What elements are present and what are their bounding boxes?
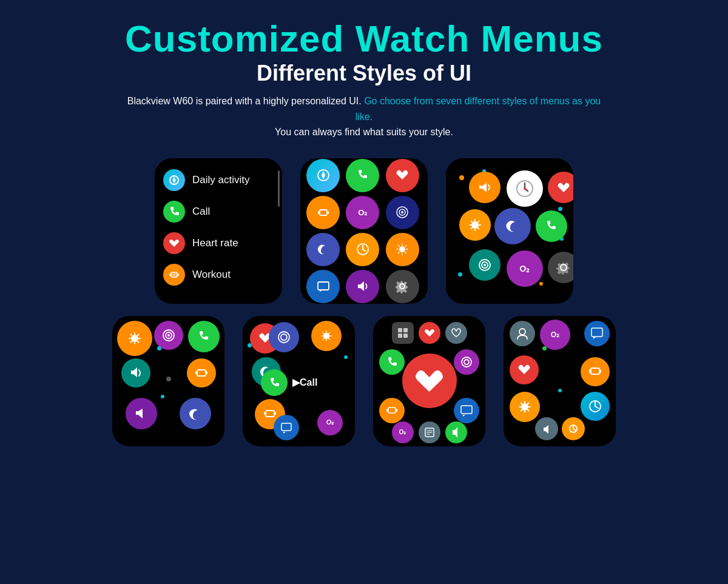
daily-label: Daily activity: [192, 174, 249, 186]
grid-icon-workout: [306, 196, 340, 229]
w5-dot-1: [248, 343, 252, 347]
sc-icon-1: [469, 172, 500, 203]
svg-point-37: [281, 334, 287, 340]
w4-dot-3: [166, 377, 171, 381]
sc-icon-7: [469, 249, 500, 281]
w7-bottom-row: [535, 417, 585, 440]
svg-point-26: [484, 264, 486, 266]
header: Customized Watch Menus Different Styles …: [24, 18, 704, 86]
watch-4-circle: [112, 316, 224, 446]
w7-4: [510, 355, 539, 384]
w7-5: [581, 357, 610, 386]
w5-icon-2: [311, 321, 342, 351]
svg-point-46: [462, 357, 471, 367]
svg-rect-51: [461, 406, 472, 414]
grid-icon-settings: [386, 270, 419, 303]
dot-5: [458, 272, 462, 277]
w6-right-1: [454, 349, 479, 375]
grid-icon-heart: [386, 159, 419, 192]
grid-icon-sound: [346, 270, 379, 303]
w6-bottom-row: O₂: [392, 421, 467, 443]
svg-rect-9: [320, 210, 327, 215]
svg-point-22: [524, 187, 526, 190]
svg-rect-41: [281, 423, 291, 431]
w7-3: [584, 321, 610, 346]
watches-grid: Daily activity Call Heart rate: [24, 158, 704, 446]
list-item-call: Call: [155, 196, 282, 227]
svg-rect-57: [591, 368, 599, 374]
sc-icon-6: [536, 210, 567, 242]
dot-6: [539, 282, 543, 286]
sc-icon-4: [459, 209, 491, 241]
w4-icon-7: [180, 398, 211, 429]
w6-top-1: [392, 322, 414, 344]
svg-point-34: [167, 334, 170, 337]
call-icon: [163, 201, 185, 223]
w6-big-heart: [402, 354, 457, 408]
w4-icon-6: [126, 398, 157, 429]
grid-icon-moon: [306, 233, 340, 266]
grid-icon-target: [386, 196, 419, 229]
w5-dot-2: [344, 355, 348, 359]
svg-rect-50: [388, 408, 396, 413]
svg-rect-31: [197, 370, 206, 376]
w5-call-icon: [261, 369, 288, 396]
svg-point-53: [519, 329, 525, 335]
w6-left-1: [379, 349, 405, 375]
watch-5-call: ▶Call O₂: [243, 316, 355, 446]
sc-icon-2: [507, 170, 543, 207]
w6-top-row: [392, 322, 467, 344]
grid-icon-message: [306, 270, 340, 303]
svg-rect-42: [398, 328, 402, 332]
w4-icon-1: [117, 321, 152, 356]
workout-icon: [163, 264, 185, 286]
w6-bot-list: [445, 421, 467, 443]
svg-rect-44: [398, 334, 402, 338]
w7-1: [510, 321, 535, 346]
svg-rect-17: [318, 282, 329, 290]
call-label: Call: [192, 206, 210, 218]
bottom-row: ▶Call O₂: [112, 316, 616, 446]
sc-icon-8: O₂: [507, 250, 543, 287]
w5-call-area: ▶Call: [261, 369, 349, 396]
w5-icon-8: [274, 415, 299, 440]
page-container: Customized Watch Menus Different Styles …: [0, 0, 728, 584]
w5-icon-7: O₂: [317, 410, 343, 435]
svg-point-12: [401, 211, 403, 213]
sc-icon-3: [548, 172, 573, 203]
top-row: Daily activity Call Heart rate: [155, 158, 573, 304]
grid-icon-clock: [346, 233, 379, 266]
description-highlight: Go choose from seven different styles of…: [356, 96, 601, 122]
svg-point-16: [399, 246, 405, 252]
description-line2: You can always find what suits your styl…: [275, 127, 453, 137]
watch-2-grid: O₂: [300, 158, 428, 304]
svg-point-47: [464, 360, 469, 364]
w6-top-2: [419, 322, 440, 344]
grid-icon-activity: [306, 159, 340, 192]
list-item-daily: Daily activity: [155, 164, 282, 196]
svg-line-64: [573, 429, 576, 431]
description-normal: Blackview W60 is paired with a highly pe…: [127, 96, 362, 106]
svg-rect-40: [266, 411, 274, 417]
workout-label: Workout: [192, 269, 231, 281]
w7-bot-1: [535, 417, 558, 440]
svg-line-61: [595, 406, 598, 408]
description: Blackview W60 is paired with a highly pe…: [121, 93, 607, 140]
watch-6-heart: O₂: [373, 316, 485, 446]
w6-bot-2: [454, 398, 479, 423]
w7-dot-1: [542, 346, 547, 351]
heart-icon: [163, 232, 185, 254]
svg-point-36: [278, 332, 289, 343]
svg-rect-45: [403, 334, 408, 338]
w4-dot-1: [157, 346, 161, 351]
sc-icon-9: [548, 252, 573, 283]
w4-icon-3: [121, 358, 150, 388]
dot-1: [459, 175, 464, 180]
main-title: Customized Watch Menus: [24, 18, 704, 59]
svg-rect-43: [403, 328, 408, 332]
svg-rect-54: [592, 328, 602, 337]
w4-icon-4: [187, 358, 216, 388]
dot-3: [558, 207, 562, 211]
list-item-workout: Workout: [155, 259, 282, 290]
w4-dot-2: [161, 395, 164, 398]
